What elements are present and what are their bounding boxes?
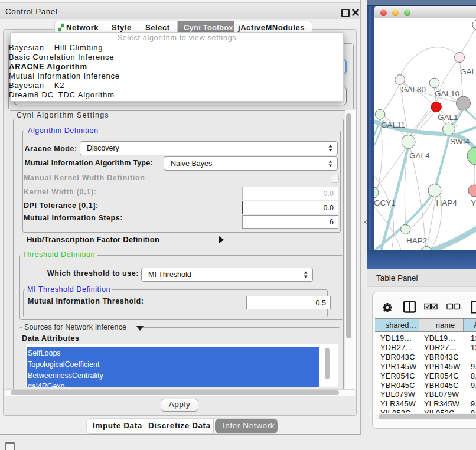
- svg-text:GAL1: GAL1: [438, 113, 458, 122]
- svg-text:HAP4: HAP4: [436, 198, 458, 207]
- svg-text:GAL11: GAL11: [381, 120, 405, 129]
- svg-text:GAL80: GAL80: [401, 85, 426, 94]
- svg-text:GAL2: GAL2: [460, 67, 476, 76]
- svg-text:HAP2: HAP2: [406, 236, 427, 245]
- svg-text:GCY1: GCY1: [374, 198, 396, 207]
- svg-text:GAL4: GAL4: [409, 151, 430, 160]
- svg-text:Y: Y: [471, 198, 476, 207]
- svg-text:SWI4: SWI4: [450, 137, 470, 146]
- svg-text:GAL10: GAL10: [435, 89, 459, 98]
